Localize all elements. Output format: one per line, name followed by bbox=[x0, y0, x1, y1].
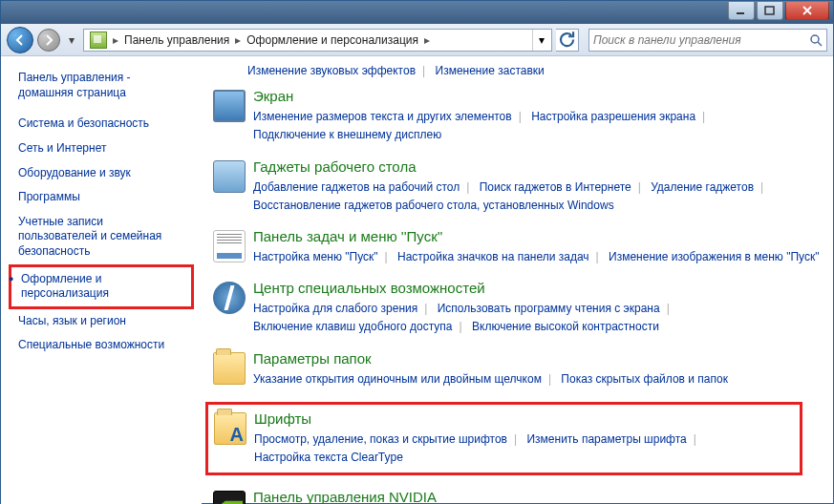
titlebar bbox=[1, 1, 833, 24]
category-nvidia: Панель управления NVIDIA bbox=[213, 489, 822, 504]
svg-rect-0 bbox=[737, 12, 744, 14]
task-link[interactable]: Изменение изображения в меню "Пуск" bbox=[609, 250, 819, 263]
nav-toolbar: ▾ ▸ Панель управления ▸ Оформление и пер… bbox=[1, 24, 833, 56]
ease-of-access-icon bbox=[213, 282, 246, 314]
forward-button[interactable] bbox=[37, 29, 60, 52]
display-icon bbox=[213, 90, 246, 122]
search-box[interactable] bbox=[588, 29, 827, 52]
breadcrumb-sep: ▸ bbox=[111, 33, 120, 47]
sidebar-item[interactable]: Специальные возможности bbox=[9, 333, 194, 358]
address-bar[interactable]: ▸ Панель управления ▸ Оформление и персо… bbox=[83, 29, 552, 52]
sidebar-home-text: домашняя страница bbox=[18, 86, 126, 99]
sidebar-item-active[interactable]: Оформление и персонализация bbox=[9, 264, 194, 309]
back-button[interactable] bbox=[7, 27, 33, 53]
task-link[interactable]: Просмотр, удаление, показ и скрытие шриф… bbox=[254, 432, 507, 446]
category-title[interactable]: Панель задач и меню ''Пуск'' bbox=[253, 228, 822, 244]
task-link[interactable]: Использовать программу чтения с экрана bbox=[438, 302, 660, 315]
sidebar: Панель управления - домашняя страница Си… bbox=[1, 56, 202, 504]
minimize-button[interactable] bbox=[728, 2, 755, 20]
sidebar-home-text: Панель управления - bbox=[18, 71, 131, 84]
window: ▾ ▸ Панель управления ▸ Оформление и пер… bbox=[0, 0, 834, 504]
sidebar-item[interactable]: Система и безопасность bbox=[9, 112, 194, 136]
category-folder-options: Параметры папок Указание открытия одиноч… bbox=[213, 350, 822, 388]
category-display: Экран Изменение размеров текста и других… bbox=[213, 88, 822, 144]
folder-icon bbox=[213, 352, 246, 385]
sidebar-list: Система и безопасность Сеть и Интернет О… bbox=[9, 112, 194, 358]
task-link[interactable]: Включение клавиш удобного доступа bbox=[253, 320, 453, 333]
highlight-fonts: Шрифты Просмотр, удаление, показ и скрыт… bbox=[205, 402, 802, 475]
nvidia-icon bbox=[213, 491, 246, 504]
task-link[interactable]: Поиск гаджетов в Интернете bbox=[480, 180, 631, 194]
category-ease-of-access: Центр специальных возможностей Настройка… bbox=[213, 280, 822, 336]
task-link[interactable]: Настройка для слабого зрения bbox=[253, 302, 417, 315]
breadcrumb[interactable]: Оформление и персонализация bbox=[243, 33, 422, 47]
task-link[interactable]: Подключение к внешнему дисплею bbox=[253, 128, 441, 141]
task-link[interactable]: Указание открытия одиночным или двойным … bbox=[253, 372, 542, 386]
category-taskbar: Панель задач и меню ''Пуск'' Настройка м… bbox=[213, 228, 822, 266]
task-link[interactable]: Настройка меню "Пуск" bbox=[253, 250, 378, 263]
sidebar-item[interactable]: Оборудование и звук bbox=[9, 161, 194, 186]
history-dropdown[interactable]: ▾ bbox=[64, 33, 79, 47]
breadcrumb-sep: ▸ bbox=[233, 33, 243, 47]
svg-point-2 bbox=[811, 35, 819, 43]
sidebar-item[interactable]: Программы bbox=[9, 185, 194, 210]
maximize-button[interactable] bbox=[757, 2, 783, 20]
control-panel-icon bbox=[90, 32, 107, 49]
breadcrumb[interactable]: Панель управления bbox=[120, 33, 233, 47]
task-link[interactable]: Настройка текста ClearType bbox=[254, 451, 403, 464]
category-title[interactable]: Панель управления NVIDIA bbox=[253, 489, 822, 504]
task-link[interactable]: Изменение звуковых эффектов bbox=[247, 64, 416, 77]
fonts-icon bbox=[214, 412, 246, 445]
top-links: Изменение звуковых эффектов| Изменение з… bbox=[247, 62, 822, 80]
task-link[interactable]: Изменение размеров текста и других элеме… bbox=[253, 110, 512, 123]
task-link[interactable]: Показ скрытых файлов и папок bbox=[561, 372, 728, 386]
search-icon bbox=[809, 33, 823, 47]
refresh-button[interactable] bbox=[556, 29, 579, 52]
sidebar-item[interactable]: Сеть и Интернет bbox=[9, 136, 194, 161]
content-pane: Изменение звуковых эффектов| Изменение з… bbox=[202, 56, 833, 504]
task-link[interactable]: Удаление гаджетов bbox=[651, 180, 754, 194]
category-gadgets: Гаджеты рабочего стола Добавление гаджет… bbox=[213, 158, 822, 215]
category-title[interactable]: Центр специальных возможностей bbox=[253, 280, 822, 296]
task-link[interactable]: Изменение заставки bbox=[436, 64, 545, 77]
task-link[interactable]: Включение высокой контрастности bbox=[472, 320, 659, 333]
category-title[interactable]: Шрифты bbox=[254, 410, 794, 427]
sidebar-item[interactable]: Учетные записи пользователей и семейная … bbox=[9, 210, 194, 264]
taskbar-icon bbox=[213, 230, 246, 262]
task-link[interactable]: Изменить параметры шрифта bbox=[526, 432, 686, 446]
search-input[interactable] bbox=[593, 33, 809, 47]
task-link[interactable]: Настройка значков на панели задач bbox=[397, 250, 589, 263]
close-button[interactable] bbox=[785, 2, 829, 20]
svg-rect-1 bbox=[765, 7, 774, 14]
body: Панель управления - домашняя страница Си… bbox=[1, 56, 833, 504]
category-title[interactable]: Параметры папок bbox=[253, 350, 822, 367]
task-link[interactable]: Настройка разрешения экрана bbox=[531, 110, 695, 123]
category-fonts: Шрифты Просмотр, удаление, показ и скрыт… bbox=[214, 410, 794, 467]
address-dropdown[interactable]: ▾ bbox=[532, 30, 549, 51]
breadcrumb-sep: ▸ bbox=[422, 33, 432, 47]
sidebar-home-link[interactable]: Панель управления - домашняя страница bbox=[9, 70, 194, 112]
category-title[interactable]: Гаджеты рабочего стола bbox=[253, 158, 822, 175]
gadgets-icon bbox=[213, 160, 246, 193]
category-title[interactable]: Экран bbox=[253, 88, 822, 104]
task-link[interactable]: Восстановление гаджетов рабочего стола, … bbox=[253, 199, 614, 212]
sidebar-item[interactable]: Часы, язык и регион bbox=[9, 309, 194, 334]
task-link[interactable]: Добавление гаджетов на рабочий стол bbox=[253, 180, 460, 194]
